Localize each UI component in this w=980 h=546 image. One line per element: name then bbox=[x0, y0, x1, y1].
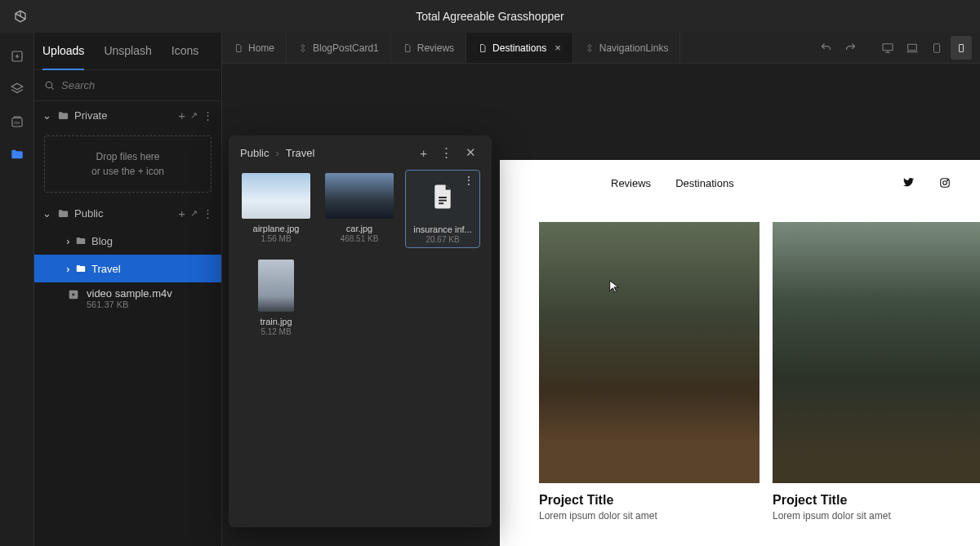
tab-label: Home bbox=[248, 42, 274, 54]
dropzone-line1: Drop files here bbox=[58, 149, 198, 164]
asset-thumbnail bbox=[242, 173, 310, 219]
svg-text:css: css bbox=[14, 121, 20, 125]
device-tablet-icon[interactable] bbox=[924, 33, 949, 63]
add-icon[interactable] bbox=[10, 49, 24, 64]
tab-icons[interactable]: Icons bbox=[172, 33, 198, 70]
design-canvas[interactable]: Reviews Destinations Project Title Lorem… bbox=[500, 160, 980, 546]
redo-button[interactable] bbox=[838, 33, 862, 63]
css-icon[interactable]: css bbox=[10, 114, 24, 129]
close-icon[interactable]: × bbox=[555, 42, 561, 54]
svg-point-3 bbox=[46, 82, 52, 88]
svg-rect-8 bbox=[960, 44, 964, 51]
site-nav: Reviews Destinations bbox=[500, 160, 980, 206]
asset-size: 20.67 KB bbox=[425, 235, 459, 244]
subfolder-travel[interactable]: ⌄ Travel bbox=[34, 255, 221, 282]
app-logo bbox=[13, 9, 28, 24]
asset-more-icon[interactable]: ⋮ bbox=[463, 174, 474, 187]
layers-icon[interactable] bbox=[10, 82, 24, 96]
more-icon[interactable]: ⋮ bbox=[436, 145, 457, 160]
video-file-icon bbox=[67, 288, 80, 301]
tab-home[interactable]: Home bbox=[222, 33, 287, 63]
folder-open-icon bbox=[57, 207, 69, 220]
device-desktop-icon[interactable] bbox=[875, 33, 900, 63]
close-icon[interactable]: ✕ bbox=[461, 145, 480, 160]
nav-link-reviews[interactable]: Reviews bbox=[611, 177, 651, 189]
tab-uploads[interactable]: Uploads bbox=[42, 33, 84, 70]
breadcrumb-root[interactable]: Public bbox=[240, 147, 269, 159]
svg-point-13 bbox=[943, 181, 947, 185]
card-subtitle: Lorem ipsum dolor sit amet bbox=[539, 510, 760, 522]
dropzone[interactable]: Drop files here or use the + icon bbox=[44, 135, 212, 193]
svg-rect-5 bbox=[883, 43, 893, 50]
chevron-right-icon: ⌄ bbox=[60, 264, 72, 273]
project-card[interactable]: Project Title Lorem ipsum dolor sit amet bbox=[773, 222, 980, 522]
asset-item[interactable]: car.jpg 468.51 KB bbox=[322, 170, 397, 248]
external-icon[interactable]: ↗ bbox=[190, 110, 198, 121]
svg-rect-11 bbox=[439, 202, 443, 204]
svg-rect-7 bbox=[934, 43, 940, 52]
card-subtitle: Lorem ipsum dolor sit amet bbox=[773, 510, 980, 522]
asset-thumbnail bbox=[258, 260, 294, 312]
asset-floating-panel: Public › Travel + ⋮ ✕ airplane.jpg 1.56 … bbox=[229, 135, 492, 527]
card-title: Project Title bbox=[773, 493, 980, 508]
add-asset-icon[interactable]: + bbox=[416, 146, 431, 160]
left-rail: css bbox=[0, 33, 34, 546]
folder-label: Private bbox=[74, 109, 107, 122]
asset-name: train.jpg bbox=[260, 317, 292, 326]
search-input[interactable] bbox=[61, 79, 212, 91]
asset-name: insurance inf... bbox=[413, 224, 472, 234]
file-name: video sample.m4v bbox=[87, 287, 172, 300]
component-icon bbox=[585, 43, 595, 53]
tab-destinations[interactable]: Destinations × bbox=[466, 33, 573, 63]
device-laptop-icon[interactable] bbox=[900, 33, 924, 63]
tab-blogpostcard1[interactable]: BlogPostCard1 bbox=[287, 33, 391, 63]
asset-thumbnail bbox=[325, 173, 394, 219]
more-icon[interactable]: ⋮ bbox=[203, 109, 213, 122]
asset-item[interactable]: airplane.jpg 1.56 MB bbox=[238, 170, 314, 248]
search-icon bbox=[44, 80, 55, 91]
asset-size: 468.51 KB bbox=[341, 234, 379, 243]
svg-rect-9 bbox=[439, 197, 447, 198]
external-icon[interactable]: ↗ bbox=[190, 208, 198, 219]
folder-icon bbox=[75, 263, 87, 274]
project-card[interactable]: Project Title Lorem ipsum dolor sit amet bbox=[539, 222, 760, 522]
add-file-icon[interactable]: + bbox=[178, 109, 185, 122]
chevron-down-icon: ⌄ bbox=[42, 207, 52, 220]
folder-label: Public bbox=[74, 207, 103, 220]
instagram-icon[interactable] bbox=[939, 177, 951, 189]
svg-rect-10 bbox=[439, 200, 447, 202]
tab-unsplash[interactable]: Unsplash bbox=[104, 33, 151, 70]
asset-item[interactable]: train.jpg 5.12 MB bbox=[238, 256, 314, 340]
asset-panel-header: Public › Travel + ⋮ ✕ bbox=[229, 135, 492, 170]
folder-private[interactable]: ⌄ Private + ↗ ⋮ bbox=[34, 101, 221, 129]
folder-icon bbox=[75, 235, 87, 246]
folder-open-icon bbox=[57, 109, 69, 122]
svg-point-14 bbox=[947, 180, 948, 180]
tab-navigationlinks[interactable]: NavigationLinks bbox=[573, 33, 681, 63]
tab-label: Reviews bbox=[417, 42, 454, 54]
device-phone-icon[interactable] bbox=[951, 36, 972, 60]
folder-icon[interactable] bbox=[10, 147, 24, 162]
tab-reviews[interactable]: Reviews bbox=[391, 33, 466, 63]
card-row: Project Title Lorem ipsum dolor sit amet… bbox=[500, 206, 980, 522]
panel-tabs: Uploads Unsplash Icons bbox=[34, 33, 221, 70]
topbar: Total Agreeable Grasshopper bbox=[0, 0, 980, 33]
asset-size: 5.12 MB bbox=[261, 327, 291, 336]
asset-name: car.jpg bbox=[346, 224, 372, 233]
asset-side-panel: Uploads Unsplash Icons ⌄ Private + ↗ ⋮ D… bbox=[34, 33, 222, 546]
more-icon[interactable]: ⋮ bbox=[203, 207, 213, 220]
undo-button[interactable] bbox=[813, 33, 838, 63]
document-icon bbox=[430, 183, 455, 211]
page-icon bbox=[403, 43, 412, 53]
tab-label: Destinations bbox=[492, 42, 546, 54]
twitter-icon[interactable] bbox=[903, 177, 915, 189]
card-title: Project Title bbox=[539, 493, 760, 508]
file-item[interactable]: video sample.m4v 561.37 KB bbox=[34, 282, 221, 314]
file-size: 561.37 KB bbox=[87, 300, 172, 309]
app-title: Total Agreeable Grasshopper bbox=[416, 10, 564, 23]
add-file-icon[interactable]: + bbox=[178, 206, 185, 220]
asset-item[interactable]: ⋮ insurance inf... 20.67 KB bbox=[405, 170, 480, 248]
subfolder-blog[interactable]: ⌄ Blog bbox=[34, 227, 221, 255]
nav-link-destinations[interactable]: Destinations bbox=[675, 177, 734, 189]
folder-public[interactable]: ⌄ Public + ↗ ⋮ bbox=[34, 199, 221, 227]
